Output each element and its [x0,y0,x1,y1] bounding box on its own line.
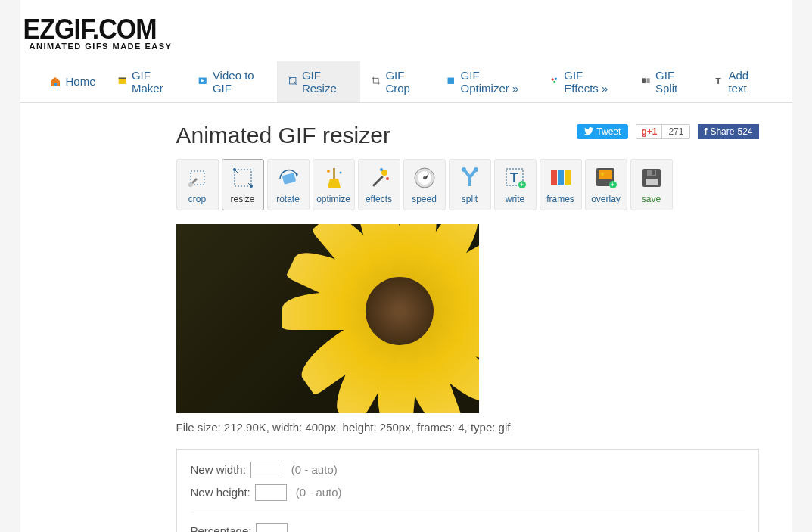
resize-tool-icon [230,165,256,191]
main-nav: Home GIF Maker Video to GIF GIF Resize G… [20,61,792,103]
tool-rotate-label: rotate [276,194,300,204]
height-input[interactable] [255,484,287,501]
svg-text:T: T [510,170,518,185]
image-preview [176,224,479,413]
nav-gif-effects[interactable]: GIF Effects » [539,61,630,102]
split-icon [641,76,651,88]
resize-form: New width: (0 - auto) New height: (0 - a… [176,449,759,532]
nav-effects-label: GIF Effects » [564,69,619,95]
width-label: New width: [191,463,246,476]
svg-point-28 [474,167,478,172]
percentage-input[interactable] [256,523,288,532]
svg-point-15 [250,185,253,188]
svg-text:+: + [611,181,614,188]
tool-overlay[interactable]: + overlay [585,159,627,210]
svg-rect-37 [599,170,612,179]
film-icon [117,76,127,88]
tool-save-label: save [642,194,661,204]
broom-icon [321,165,347,191]
tool-frames[interactable]: frames [540,159,582,210]
split-tool-icon [457,165,483,191]
nav-home-label: Home [66,75,96,88]
svg-rect-8 [642,79,645,84]
nav-gif-resize[interactable]: GIF Resize [277,61,360,102]
tool-speed-label: speed [412,194,437,204]
twitter-icon [584,126,593,137]
fb-label: Share [710,126,734,137]
tweet-label: Tweet [596,126,621,137]
nav-resize-label: GIF Resize [302,69,350,95]
nav-gif-crop[interactable]: GIF Crop [360,61,435,102]
tool-toolbar: crop resize rotate optimize effects spee… [176,159,777,210]
nav-gif-optimizer[interactable]: GIF Optimizer » [435,61,539,102]
tool-effects-label: effects [366,194,392,204]
svg-point-5 [551,79,553,81]
gplus-label: g+1 [636,125,661,138]
gplus-button[interactable]: g+1 271 [636,124,690,139]
tool-write[interactable]: T+ write [494,159,537,210]
tool-effects[interactable]: effects [358,159,400,210]
width-input[interactable] [250,462,282,478]
nav-add-text[interactable]: T Add text [703,61,774,102]
svg-rect-4 [448,78,454,84]
svg-rect-9 [646,79,649,84]
rotate-tool-icon [275,165,301,191]
fb-icon: f [704,126,707,137]
svg-rect-44 [652,170,655,175]
svg-point-7 [553,81,555,83]
tool-frames-label: frames [546,194,574,204]
share-buttons: Tweet g+1 271 f Share 524 [577,124,758,139]
svg-point-19 [339,171,341,173]
svg-rect-20 [372,176,383,187]
tool-resize-label: resize [230,194,254,204]
nav-gif-maker[interactable]: GIF Maker [107,61,188,102]
svg-rect-35 [565,170,571,185]
home-icon [49,76,61,88]
tool-save[interactable]: save [630,159,673,210]
nav-optimizer-label: GIF Optimizer » [461,69,528,95]
svg-point-18 [327,170,330,173]
video-icon [198,76,207,88]
svg-text:T: T [716,76,722,86]
fb-count: 524 [737,126,752,137]
tool-resize[interactable]: resize [222,159,264,210]
tool-rotate[interactable]: rotate [267,159,310,210]
page-title: Animated GIF resizer [176,123,390,148]
tool-crop[interactable]: crop [176,159,219,210]
svg-rect-17 [333,168,335,179]
svg-rect-34 [558,170,564,185]
crop-icon [371,76,381,88]
tool-overlay-label: overlay [591,194,621,204]
wand-icon [366,165,392,191]
write-icon: T+ [502,165,528,191]
tool-split-label: split [462,194,478,204]
tool-split[interactable]: split [449,159,491,210]
width-hint: (0 - auto) [291,463,338,476]
site-logo[interactable]: EZGIF.COM [20,17,792,42]
frames-icon [548,165,574,191]
nav-maker-label: GIF Maker [132,69,176,95]
nav-split-label: GIF Split [655,69,692,95]
crop-tool-icon [185,165,210,191]
nav-crop-label: GIF Crop [385,69,425,95]
resize-icon [288,76,297,88]
svg-point-38 [601,173,604,176]
nav-video-to-gif[interactable]: Video to GIF [187,61,276,102]
tool-crop-label: crop [188,194,206,204]
fb-share-button[interactable]: f Share 524 [698,124,758,139]
gauge-icon [412,165,437,191]
tool-speed[interactable]: speed [403,159,446,210]
svg-point-23 [380,168,383,171]
nav-home[interactable]: Home [39,61,107,102]
svg-point-6 [555,78,557,80]
svg-point-27 [462,167,466,172]
overlay-icon: + [593,165,619,191]
tool-optimize[interactable]: optimize [313,159,355,210]
nav-gif-split[interactable]: GIF Split [630,61,703,102]
svg-rect-42 [646,179,658,185]
file-info: File size: 212.90K, width: 400px, height… [176,421,777,434]
percentage-label: Percentage: [191,524,252,532]
optimizer-icon [446,76,456,88]
tweet-button[interactable]: Tweet [577,124,628,139]
palette-icon [549,76,559,88]
